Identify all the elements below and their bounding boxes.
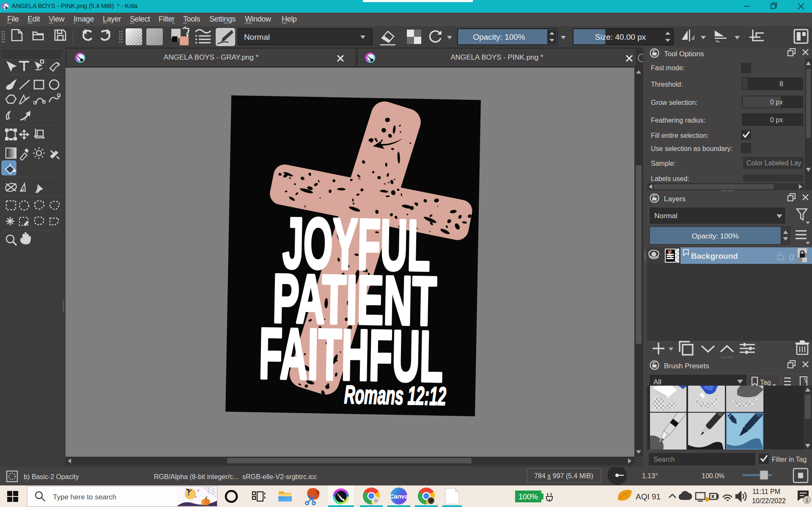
svg-text:100.0%: 100.0% (702, 472, 724, 480)
svg-text:Layers: Layers (664, 195, 686, 203)
svg-text:All: All (653, 378, 661, 386)
svg-text:1: 1 (805, 497, 808, 503)
svg-text:Size: 40.00 px: Size: 40.00 px (595, 33, 646, 41)
svg-text:100%: 100% (518, 493, 538, 501)
svg-text:b) Basic-2 Opacity: b) Basic-2 Opacity (24, 473, 79, 480)
svg-text:Normal: Normal (654, 212, 678, 220)
svg-text:Fill entire selection:: Fill entire selection: (651, 132, 709, 139)
svg-text:1.13°: 1.13° (642, 472, 658, 480)
svg-text:0 px: 0 px (770, 116, 783, 123)
svg-text:Labels used:: Labels used: (651, 175, 689, 182)
svg-text:Grow selection:: Grow selection: (651, 99, 697, 106)
svg-text:Tag: Tag (760, 379, 771, 386)
svg-text:Opacity: 100%: Opacity: 100% (473, 33, 525, 41)
svg-text:Type here to search: Type here to search (53, 493, 116, 501)
svg-text:Tool Options: Tool Options (664, 50, 704, 58)
svg-text:Threshold:: Threshold: (651, 81, 683, 88)
svg-text:10/22/2022: 10/22/2022 (752, 497, 786, 504)
svg-text:Use selection as boundary:: Use selection as boundary: (651, 145, 732, 152)
svg-text:Normal: Normal (244, 33, 270, 41)
svg-text:Canva: Canva (389, 493, 408, 500)
svg-text:α: α (789, 251, 795, 262)
svg-text:Romans 12:12: Romans 12:12 (344, 380, 446, 411)
svg-text:Brush Presets: Brush Presets (664, 362, 709, 370)
svg-text:8: 8 (779, 80, 783, 88)
svg-text:Sample:: Sample: (651, 160, 676, 167)
svg-text:Filter in Tag: Filter in Tag (772, 456, 807, 463)
svg-text:0 px: 0 px (770, 99, 783, 106)
svg-text:Search: Search (653, 456, 675, 463)
svg-text:Feathering radius:: Feathering radius: (651, 117, 705, 124)
svg-text:AQI 91: AQI 91 (636, 492, 661, 501)
svg-text:784 x 997 (5.4 MiB): 784 x 997 (5.4 MiB) (534, 472, 593, 480)
svg-text:RGB/Alpha (8-bit integer/c...: RGB/Alpha (8-bit integer/c... sRGB-elle-… (154, 473, 317, 480)
svg-text:Opacity: 100%: Opacity: 100% (692, 232, 739, 240)
svg-text:Fast mode:: Fast mode: (651, 64, 685, 71)
svg-text:Background: Background (691, 252, 738, 260)
svg-text:11:11 PM: 11:11 PM (752, 488, 780, 495)
svg-text:Color Labeled Lay: Color Labeled Lay (746, 159, 801, 167)
